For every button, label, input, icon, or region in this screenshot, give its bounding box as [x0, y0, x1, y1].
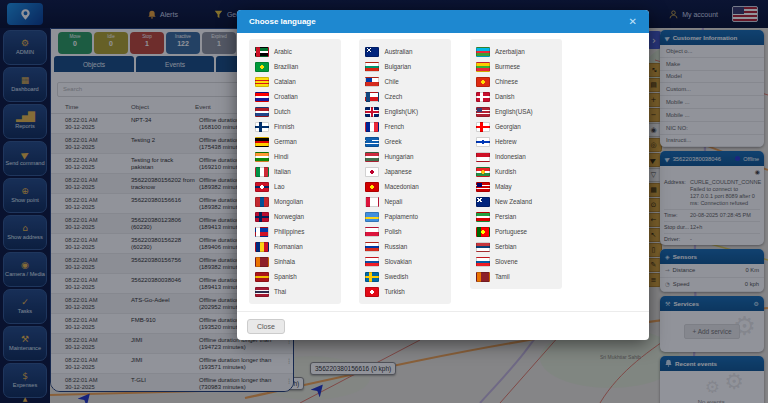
language-option-catalan[interactable]: Catalan [255, 74, 335, 89]
language-option-swedish[interactable]: Swedish [365, 269, 445, 284]
language-option-persian[interactable]: Persian [476, 209, 556, 224]
language-option-russian[interactable]: Russian [365, 239, 445, 254]
language-option-norwegian[interactable]: Norwegian [255, 209, 335, 224]
flag-icon [255, 62, 269, 72]
language-label: Burmese [495, 63, 520, 70]
language-option-polish[interactable]: Polish [365, 224, 445, 239]
language-option-hindi[interactable]: Hindi [255, 149, 335, 164]
language-label: Hungarian [384, 153, 413, 160]
language-option-lao[interactable]: Lao [255, 179, 335, 194]
language-option-chile[interactable]: Chile [365, 74, 445, 89]
language-option-slovakian[interactable]: Slovakian [365, 254, 445, 269]
language-option-tamil[interactable]: Tamil [476, 269, 556, 284]
flag-icon [365, 152, 379, 162]
flag-icon [365, 197, 379, 207]
choose-language-modal: Choose language ✕ ArabicBrazilianCatalan… [237, 10, 649, 340]
language-option-turkish[interactable]: Turkish [365, 284, 445, 299]
language-option-australian[interactable]: Australian [365, 44, 445, 59]
language-option-kurdish[interactable]: Kurdish [476, 164, 556, 179]
flag-icon [255, 92, 269, 102]
language-label: Macedonian [384, 183, 418, 190]
close-icon[interactable]: ✕ [629, 16, 637, 27]
language-option-japanese[interactable]: Japanese [365, 164, 445, 179]
language-label: Kurdish [495, 168, 516, 175]
language-label: Persian [495, 213, 516, 220]
language-label: Sinhala [274, 258, 295, 265]
flag-icon [476, 197, 490, 207]
language-label: English(UK) [384, 108, 418, 115]
flag-icon [476, 272, 490, 282]
language-label: Japanese [384, 168, 411, 175]
flag-icon [365, 287, 379, 297]
language-label: Hindi [274, 153, 288, 160]
language-label: Australian [384, 48, 412, 55]
language-option-mongolian[interactable]: Mongolian [255, 194, 335, 209]
language-option-slovene[interactable]: Slovene [476, 254, 556, 269]
language-option-macedonian[interactable]: Macedonian [365, 179, 445, 194]
flag-icon [255, 257, 269, 267]
language-option-spanish[interactable]: Spanish [255, 269, 335, 284]
language-option-brazilian[interactable]: Brazilian [255, 59, 335, 74]
language-label: Indonesian [495, 153, 526, 160]
flag-icon [476, 107, 490, 117]
language-option-italian[interactable]: Italian [255, 164, 335, 179]
language-option-papiamento[interactable]: Papiamento [365, 209, 445, 224]
language-label: Slovakian [384, 258, 411, 265]
language-option-finnish[interactable]: Finnish [255, 119, 335, 134]
language-label: Nepali [384, 198, 402, 205]
flag-canton [366, 78, 371, 82]
language-label: Greek [384, 138, 401, 145]
language-label: Arabic [274, 48, 292, 55]
close-button[interactable]: Close [247, 319, 285, 334]
language-option-georgian[interactable]: Georgian [476, 119, 556, 134]
language-option-romanian[interactable]: Romanian [255, 239, 335, 254]
flag-icon [365, 242, 379, 252]
language-label: English(USA) [495, 108, 533, 115]
flag-icon [476, 257, 490, 267]
language-option-azerbaijan[interactable]: Azerbaijan [476, 44, 556, 59]
language-option-nepali[interactable]: Nepali [365, 194, 445, 209]
language-option-hungarian[interactable]: Hungarian [365, 149, 445, 164]
language-option-new-zealand[interactable]: New Zealand [476, 194, 556, 209]
flag-icon [476, 242, 490, 252]
language-option-serbian[interactable]: Serbian [476, 239, 556, 254]
language-option-bulgarian[interactable]: Bulgarian [365, 59, 445, 74]
flag-icon [476, 167, 490, 177]
language-option-philippines[interactable]: Philippines [255, 224, 335, 239]
language-option-thai[interactable]: Thai [255, 284, 335, 299]
language-label: Chinese [495, 78, 518, 85]
language-option-hebrew[interactable]: Hebrew [476, 134, 556, 149]
language-option-burmese[interactable]: Burmese [476, 59, 556, 74]
language-option-french[interactable]: French [365, 119, 445, 134]
language-label: Malay [495, 183, 512, 190]
flag-canton [366, 48, 371, 52]
flag-icon [365, 272, 379, 282]
language-option-english-usa-[interactable]: English(USA) [476, 104, 556, 119]
language-option-greek[interactable]: Greek [365, 134, 445, 149]
flag-icon [476, 212, 490, 222]
flag-icon [365, 167, 379, 177]
flag-canton [477, 183, 482, 187]
flag-canton [366, 138, 371, 142]
language-option-malay[interactable]: Malay [476, 179, 556, 194]
language-option-czech[interactable]: Czech [365, 89, 445, 104]
language-option-dutch[interactable]: Dutch [255, 104, 335, 119]
language-label: Georgian [495, 123, 521, 130]
flag-icon [255, 107, 269, 117]
language-option-danish[interactable]: Danish [476, 89, 556, 104]
language-option-chinese[interactable]: Chinese [476, 74, 556, 89]
language-option-croatian[interactable]: Croatian [255, 89, 335, 104]
language-option-sinhala[interactable]: Sinhala [255, 254, 335, 269]
language-option-portuguese[interactable]: Portuguese [476, 224, 556, 239]
language-option-german[interactable]: German [255, 134, 335, 149]
language-label: German [274, 138, 297, 145]
language-option-indonesian[interactable]: Indonesian [476, 149, 556, 164]
gps-tracking-app: Sri Mukhtiar Sahib 356220380156616 (0 kp… [0, 0, 768, 403]
flag-icon [255, 47, 269, 57]
language-option-english-uk-[interactable]: English(UK) [365, 104, 445, 119]
language-label: Dutch [274, 108, 290, 115]
flag-icon [476, 62, 490, 72]
language-label: Brazilian [274, 63, 298, 70]
language-label: Mongolian [274, 198, 303, 205]
language-option-arabic[interactable]: Arabic [255, 44, 335, 59]
